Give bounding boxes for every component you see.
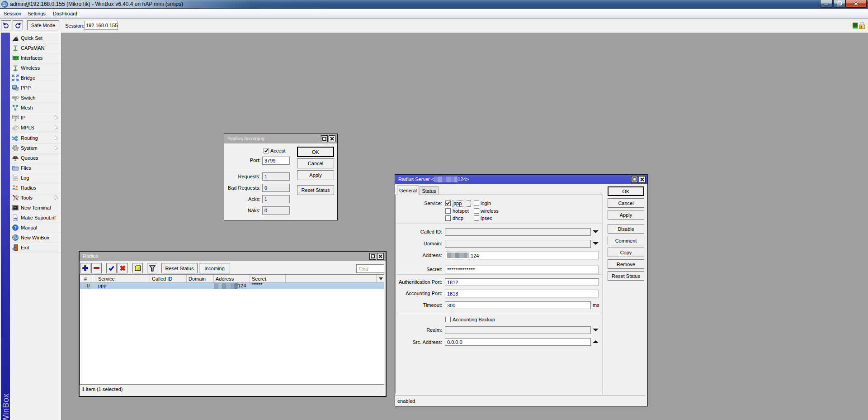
svg-text:255: 255: [13, 116, 18, 119]
svg-text:?: ?: [14, 225, 17, 230]
